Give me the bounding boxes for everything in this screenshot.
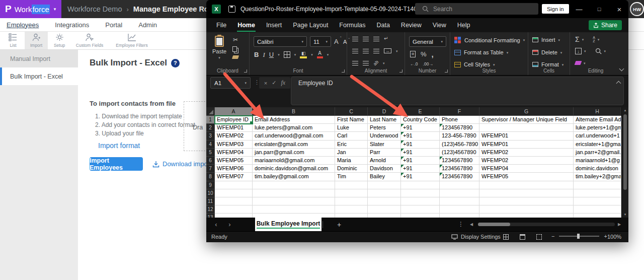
ribbon-tab-insert[interactable]: Insert: [261, 18, 287, 32]
column-header-G[interactable]: G: [479, 107, 574, 116]
row-header-10[interactable]: 10: [206, 189, 215, 197]
toolbar-item-list[interactable]: List: [2, 32, 25, 49]
cell-styles-button[interactable]: Cell Styles ▾: [454, 61, 495, 67]
toolbar-item-setup[interactable]: Setup: [48, 32, 71, 49]
increase-font-icon[interactable]: A: [334, 38, 339, 45]
fill-down-icon[interactable]: ↓: [575, 48, 582, 54]
font-size-combo[interactable]: 11▾: [310, 36, 331, 47]
cell-F11[interactable]: [440, 197, 479, 205]
cell-E5[interactable]: +91: [401, 149, 440, 157]
cell-E11[interactable]: [401, 197, 440, 205]
cell-H1[interactable]: Alternate Email Ad: [574, 116, 621, 124]
insert-function-icon[interactable]: fx: [281, 79, 285, 87]
cell-E9[interactable]: [401, 181, 440, 189]
cell-F10[interactable]: [440, 189, 479, 197]
cell-C1[interactable]: First Name: [335, 116, 368, 124]
cell-A12[interactable]: [215, 205, 253, 214]
excel-search-box[interactable]: Search: [415, 3, 538, 15]
cell-C6[interactable]: Maria: [335, 157, 368, 165]
zoom-in-icon[interactable]: +: [604, 233, 607, 239]
row-header-12[interactable]: 12: [206, 205, 215, 214]
cell-G9[interactable]: [479, 181, 574, 189]
orientation-icon[interactable]: ab: [372, 59, 379, 66]
cell-E6[interactable]: +91: [401, 157, 440, 165]
cell-D7[interactable]: Davidson: [368, 165, 401, 173]
zoom-out-icon[interactable]: −: [551, 233, 554, 239]
tab-integrations[interactable]: Integrations: [55, 21, 89, 29]
sheet-options-kebab-icon[interactable]: ⋮: [458, 221, 464, 228]
cell-F5[interactable]: (123)4567890: [440, 149, 479, 157]
cell-E3[interactable]: +91: [401, 132, 440, 140]
find-select-icon[interactable]: [595, 48, 602, 54]
cell-B13[interactable]: [253, 214, 335, 218]
alignment-dialog-launcher-icon[interactable]: [399, 69, 403, 73]
cell-C12[interactable]: [335, 205, 368, 214]
cell-F9[interactable]: [440, 181, 479, 189]
cell-G3[interactable]: WFEMP01: [479, 132, 574, 140]
cell-B4[interactable]: ericslater@gmail.com: [253, 141, 335, 149]
excel-titlebar[interactable]: QuestionPro-Roster-Employee-Import-Templ…: [206, 0, 628, 18]
column-header-H[interactable]: H: [574, 107, 621, 116]
cell-G12[interactable]: [479, 205, 574, 214]
cell-G6[interactable]: WFEMP02: [479, 157, 574, 165]
confirm-entry-icon[interactable]: ✓: [272, 80, 276, 86]
ribbon-tab-view[interactable]: View: [427, 18, 452, 32]
cell-G2[interactable]: [479, 124, 574, 132]
vertical-scroll-thumb[interactable]: [623, 114, 627, 190]
cancel-entry-icon[interactable]: ×: [264, 80, 267, 86]
zoom-slider-thumb[interactable]: [577, 234, 580, 239]
bold-button[interactable]: B: [254, 51, 259, 58]
align-bottom-icon[interactable]: [373, 37, 379, 41]
cell-F6[interactable]: 1234567890: [440, 157, 479, 165]
cell-D2[interactable]: Peters: [368, 124, 401, 132]
increase-decimal-icon[interactable]: ←.0: [410, 61, 418, 66]
hscroll-left-icon[interactable]: ◀: [470, 222, 473, 227]
font-dialog-launcher-icon[interactable]: [342, 69, 345, 73]
merge-center-icon[interactable]: ↔: [384, 48, 391, 53]
wrap-text-icon[interactable]: ↵: [384, 36, 388, 41]
tab-portal[interactable]: Portal: [105, 21, 122, 29]
cell-G10[interactable]: [479, 189, 574, 197]
column-header-E[interactable]: E: [401, 107, 440, 116]
align-top-icon[interactable]: [352, 37, 358, 41]
column-header-D[interactable]: D: [368, 107, 401, 116]
cell-C8[interactable]: Tim: [335, 173, 368, 181]
cell-A10[interactable]: [215, 189, 253, 197]
name-box-dropdown-icon[interactable]: ▾: [245, 81, 247, 85]
fill-color-dropdown-icon[interactable]: ▾: [311, 53, 313, 56]
cell-E13[interactable]: [401, 214, 440, 218]
formula-input[interactable]: Employee ID: [291, 77, 624, 105]
cell-F4[interactable]: (123)456-7890: [440, 141, 479, 149]
cell-B9[interactable]: [253, 181, 335, 189]
cell-G13[interactable]: [479, 214, 574, 218]
share-button[interactable]: Share: [589, 20, 622, 30]
cell-F7[interactable]: 1234567890: [440, 165, 479, 173]
row-header-5[interactable]: 5: [206, 149, 215, 157]
cell-E4[interactable]: +91: [401, 141, 440, 149]
conditional-formatting-button[interactable]: Conditional Formatting ▾: [454, 37, 525, 43]
decrease-font-icon[interactable]: A: [343, 39, 347, 45]
cell-D6[interactable]: Arnold: [368, 157, 401, 165]
cell-B11[interactable]: [253, 197, 335, 205]
page-layout-view-icon[interactable]: [520, 234, 525, 240]
copy-icon[interactable]: [232, 46, 237, 52]
sheet-tab-bulk-employee-import[interactable]: Bulk Employee Import: [255, 218, 321, 231]
ribbon-tab-home[interactable]: Home: [232, 18, 261, 32]
clipboard-dialog-launcher-icon[interactable]: [244, 69, 247, 73]
column-header-C[interactable]: C: [335, 107, 368, 116]
cell-C7[interactable]: Dominic: [335, 165, 368, 173]
format-as-table-button[interactable]: Format as Table ▾: [454, 49, 508, 55]
increase-indent-icon[interactable]: [363, 61, 369, 65]
page-break-view-icon[interactable]: [536, 234, 542, 240]
accounting-format-icon[interactable]: ¤: [410, 51, 416, 57]
cell-B5[interactable]: jan.parr@gmail.com: [253, 149, 335, 157]
sidebar-item-manual-import[interactable]: Manual Import: [0, 50, 78, 67]
chevron-down-icon[interactable]: ▾: [54, 7, 56, 12]
toolbar-item-employee-filters[interactable]: Employee Filters: [108, 32, 155, 49]
ribbon-tab-formulas[interactable]: Formulas: [334, 18, 371, 32]
vertical-scrollbar[interactable]: ▴ ▾: [621, 107, 628, 218]
toolbar-item-custom-fields[interactable]: Custom Fields: [71, 32, 108, 49]
paste-dropdown-icon[interactable]: ▾: [218, 56, 220, 59]
number-format-combo[interactable]: General▾: [409, 36, 446, 47]
close-button[interactable]: ×: [612, 0, 627, 18]
